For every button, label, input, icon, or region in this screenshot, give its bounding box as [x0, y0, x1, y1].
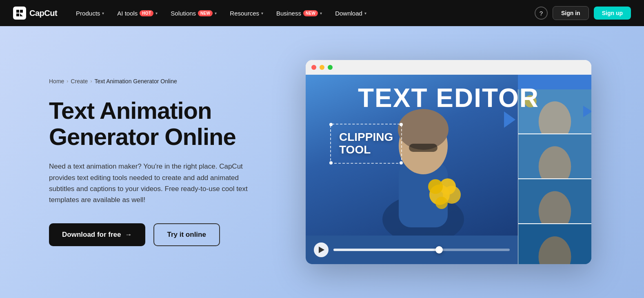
chevron-down-icon: ▾: [215, 11, 217, 16]
clipping-label: CLIPPINGTOOL: [339, 131, 393, 156]
nav-item-ai-tools-label: AI tools: [117, 10, 138, 17]
progress-fill: [333, 249, 439, 251]
chevron-down-icon: ▾: [320, 11, 322, 16]
blue-cursor-icon: [504, 111, 520, 128]
breadcrumb-separator: ›: [90, 78, 92, 84]
breadcrumb-separator: ›: [67, 78, 68, 84]
nav-item-resources[interactable]: Resources ▾: [224, 7, 269, 20]
svg-rect-0: [13, 7, 26, 20]
thumbnail-panel: +: [518, 89, 591, 264]
editor-window: TEXT EDITOR: [306, 60, 591, 264]
svg-point-8: [428, 179, 443, 194]
breadcrumb-create[interactable]: Create: [71, 78, 88, 85]
arrow-icon: →: [125, 231, 132, 239]
navbar: CapCut Products ▾ AI tools Hot ▾ Solutio…: [0, 0, 644, 26]
hot-badge: Hot: [140, 10, 153, 16]
hero-description: Need a text animation maker? You're in t…: [49, 161, 261, 205]
nav-item-download-label: Download: [335, 10, 362, 17]
breadcrumb-current: Text Animation Generator Online: [94, 78, 177, 85]
nav-item-products[interactable]: Products ▾: [70, 7, 110, 20]
editor-titlebar: [306, 60, 591, 75]
editor-title-label: TEXT EDITOR: [306, 83, 591, 113]
nav-item-ai-tools[interactable]: AI tools Hot ▾: [111, 7, 163, 20]
hero-left: Home › Create › Text Animation Generator…: [49, 78, 286, 246]
svg-rect-5: [409, 144, 437, 152]
new-badge: New: [198, 10, 213, 16]
new-badge: New: [303, 10, 318, 16]
nav-item-download[interactable]: Download ▾: [329, 7, 372, 20]
nav-right: ? Sign in Sign up: [535, 6, 631, 20]
thumbnail-3-img: [518, 179, 591, 223]
hero-title: Text Animation Generator Online: [49, 98, 286, 150]
download-button-label: Download for free: [62, 231, 121, 239]
breadcrumb-home[interactable]: Home: [49, 78, 64, 85]
signin-button[interactable]: Sign in: [553, 6, 589, 20]
hero-right: TEXT EDITOR: [286, 60, 611, 264]
nav-item-resources-label: Resources: [230, 10, 259, 17]
play-icon: [319, 247, 324, 253]
hero-section: Home › Create › Text Animation Generator…: [0, 26, 644, 298]
thumbnail-item-2[interactable]: [518, 134, 591, 179]
download-button[interactable]: Download for free →: [49, 223, 145, 246]
logo-text: CapCut: [29, 9, 57, 18]
chevron-down-icon: ▾: [364, 11, 366, 16]
play-button[interactable]: [314, 242, 329, 257]
signup-button[interactable]: Sign up: [594, 7, 631, 20]
help-icon[interactable]: ?: [535, 7, 548, 20]
svg-point-10: [435, 197, 448, 209]
clipping-tool-overlay: CLIPPINGTOOL: [330, 124, 402, 164]
window-minimize-dot: [320, 65, 324, 70]
hero-buttons: Download for free → Try it online: [49, 223, 286, 246]
window-close-dot: [311, 65, 316, 70]
editor-body: TEXT EDITOR: [306, 75, 591, 264]
thumbnail-item-3[interactable]: [518, 179, 591, 224]
cursor-arrow-icon: [583, 106, 591, 117]
nav-item-products-label: Products: [76, 10, 100, 17]
thumbnail-4-img: [518, 224, 591, 264]
svg-marker-20: [504, 111, 515, 128]
progress-thumb: [435, 246, 443, 254]
try-online-button[interactable]: Try it online: [153, 223, 220, 246]
nav-item-solutions[interactable]: Solutions New ▾: [165, 7, 222, 20]
nav-item-business[interactable]: Business New ▾: [271, 7, 328, 20]
thumbnail-2-img: [518, 134, 591, 178]
window-maximize-dot: [328, 65, 333, 70]
video-controls: [306, 236, 518, 264]
chevron-down-icon: ▾: [102, 11, 104, 16]
chevron-down-icon: ▾: [261, 11, 263, 16]
thumbnail-item-4[interactable]: [518, 224, 591, 264]
capcut-logo-icon: [13, 7, 26, 20]
logo[interactable]: CapCut: [13, 7, 57, 20]
breadcrumb: Home › Create › Text Animation Generator…: [49, 78, 286, 85]
chevron-down-icon: ▾: [155, 11, 158, 16]
nav-item-solutions-label: Solutions: [171, 10, 196, 17]
nav-item-business-label: Business: [276, 10, 301, 17]
nav-items: Products ▾ AI tools Hot ▾ Solutions New …: [70, 7, 535, 20]
progress-bar[interactable]: [333, 249, 510, 251]
